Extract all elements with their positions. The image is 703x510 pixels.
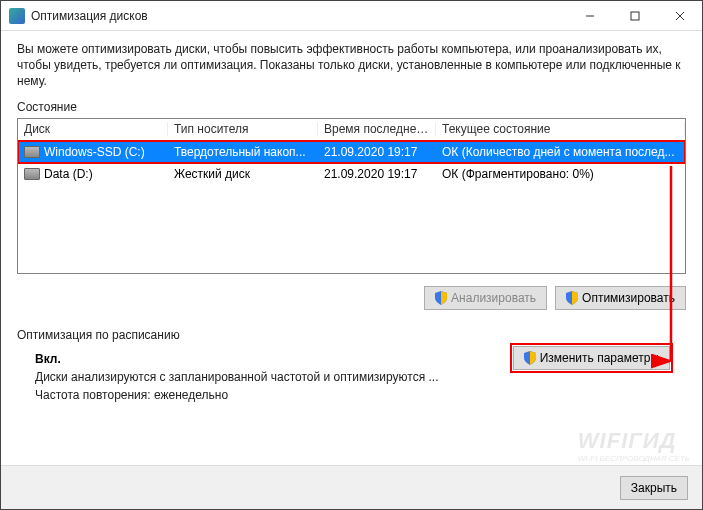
schedule-desc: Диски анализируются с запланированной ча…: [35, 370, 686, 384]
drive-row[interactable]: Windows-SSD (C:) Твердотельный накоп... …: [18, 141, 685, 163]
svg-rect-1: [631, 12, 639, 20]
drive-media: Жесткий диск: [168, 167, 318, 181]
description-text: Вы можете оптимизировать диски, чтобы по…: [17, 41, 686, 90]
analyze-button[interactable]: Анализировать: [424, 286, 547, 310]
drive-status: ОК (Количество дней с момента послед...: [436, 145, 685, 159]
shield-icon: [524, 351, 536, 365]
drive-status: ОК (Фрагментировано: 0%): [436, 167, 685, 181]
window-title: Оптимизация дисков: [31, 9, 567, 23]
drive-media: Твердотельный накоп...: [168, 145, 318, 159]
shield-icon: [435, 291, 447, 305]
drive-row[interactable]: Data (D:) Жесткий диск 21.09.2020 19:17 …: [18, 163, 685, 185]
drive-name: Data (D:): [18, 167, 168, 181]
window-controls: [567, 1, 702, 31]
col-status[interactable]: Текущее состояние: [436, 122, 685, 136]
drive-name: Windows-SSD (C:): [18, 145, 168, 159]
drive-list[interactable]: Диск Тип носителя Время последнег... Тек…: [17, 118, 686, 274]
maximize-button[interactable]: [612, 1, 657, 31]
drive-last: 21.09.2020 19:17: [318, 145, 436, 159]
schedule-frequency: Частота повторения: еженедельно: [35, 388, 686, 402]
col-last[interactable]: Время последнег...: [318, 122, 436, 136]
app-icon: [9, 8, 25, 24]
drive-icon: [24, 146, 40, 158]
schedule-header: Оптимизация по расписанию: [17, 328, 686, 342]
change-settings-button[interactable]: Изменить параметры: [513, 346, 670, 370]
drive-last: 21.09.2020 19:17: [318, 167, 436, 181]
col-disk[interactable]: Диск: [18, 122, 168, 136]
state-label: Состояние: [17, 100, 686, 114]
footer: Закрыть: [1, 465, 702, 509]
watermark: WIFIГИД WI-FI БЕСПРОВОДНАЯ СЕТЬ: [578, 428, 690, 463]
grid-header: Диск Тип носителя Время последнег... Тек…: [18, 119, 685, 141]
optimize-button[interactable]: Оптимизировать: [555, 286, 686, 310]
close-dialog-button[interactable]: Закрыть: [620, 476, 688, 500]
close-button[interactable]: [657, 1, 702, 31]
titlebar: Оптимизация дисков: [1, 1, 702, 31]
shield-icon: [566, 291, 578, 305]
drive-icon: [24, 168, 40, 180]
minimize-button[interactable]: [567, 1, 612, 31]
col-media[interactable]: Тип носителя: [168, 122, 318, 136]
